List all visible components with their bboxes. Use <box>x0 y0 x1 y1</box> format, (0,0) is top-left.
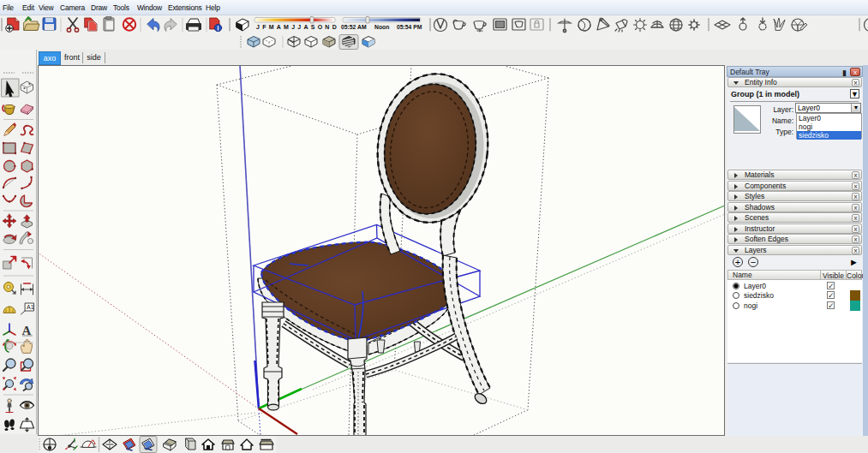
svg-text:JFMAMJJASOND: JFMAMJJASOND <box>256 24 339 30</box>
svg-text:A1: A1 <box>27 304 34 310</box>
svg-text:Noon: Noon <box>374 24 389 30</box>
svg-text:05:52 AM: 05:52 AM <box>341 24 367 30</box>
svg-text:05:54 PM: 05:54 PM <box>397 24 422 30</box>
